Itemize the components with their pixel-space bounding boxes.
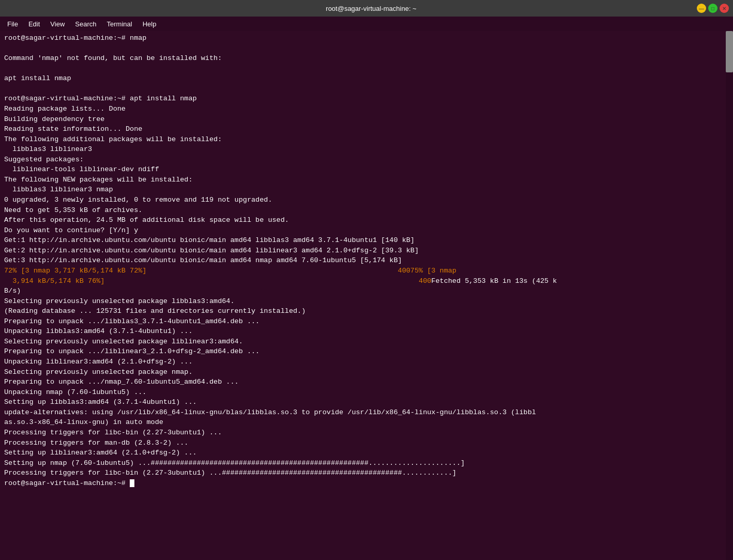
scrollbar[interactable] (726, 31, 733, 560)
scrollbar-thumb[interactable] (726, 31, 733, 72)
terminal-output: root@sagar-virtual-machine:~# nmap Comma… (4, 33, 729, 488)
terminal-cursor (130, 479, 134, 487)
menu-help[interactable]: Help (138, 18, 162, 30)
menu-file[interactable]: File (2, 18, 23, 30)
menu-bar: File Edit View Search Terminal Help (0, 17, 733, 31)
menu-view[interactable]: View (45, 18, 70, 30)
menu-search[interactable]: Search (70, 18, 101, 30)
terminal-body[interactable]: root@sagar-virtual-machine:~# nmap Comma… (0, 31, 733, 560)
window-controls: — □ ✕ (697, 4, 729, 13)
menu-edit[interactable]: Edit (23, 18, 45, 30)
window-title: root@sagar-virtual-machine: ~ (45, 5, 697, 12)
close-button[interactable]: ✕ (720, 4, 729, 13)
minimize-button[interactable]: — (697, 4, 706, 13)
menu-terminal[interactable]: Terminal (102, 18, 138, 30)
terminal-window: root@sagar-virtual-machine: ~ — □ ✕ File… (0, 0, 733, 560)
title-bar: root@sagar-virtual-machine: ~ — □ ✕ (0, 0, 733, 17)
maximize-button[interactable]: □ (708, 4, 717, 13)
